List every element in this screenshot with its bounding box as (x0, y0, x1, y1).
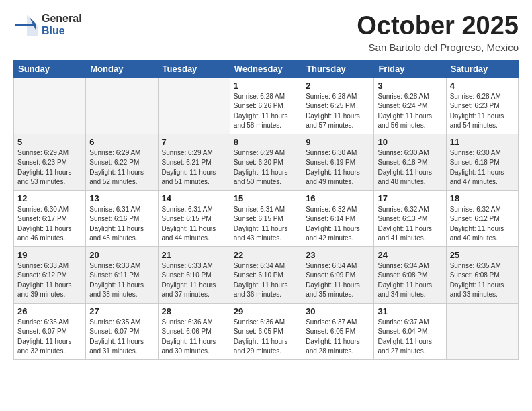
calendar-week-row: 1Sunrise: 6:28 AM Sunset: 6:26 PM Daylig… (14, 77, 519, 134)
calendar-week-row: 26Sunrise: 6:35 AM Sunset: 6:07 PM Dayli… (14, 303, 519, 359)
calendar-cell: 30Sunrise: 6:37 AM Sunset: 6:05 PM Dayli… (302, 303, 374, 359)
day-info: Sunrise: 6:30 AM Sunset: 6:19 PM Dayligh… (306, 148, 370, 187)
day-info: Sunrise: 6:34 AM Sunset: 6:09 PM Dayligh… (306, 261, 370, 300)
day-number: 20 (89, 250, 154, 260)
calendar-cell: 21Sunrise: 6:33 AM Sunset: 6:10 PM Dayli… (158, 246, 230, 303)
day-info: Sunrise: 6:29 AM Sunset: 6:21 PM Dayligh… (162, 148, 226, 187)
day-info: Sunrise: 6:36 AM Sunset: 6:05 PM Dayligh… (234, 318, 298, 357)
calendar-cell: 4Sunrise: 6:28 AM Sunset: 6:23 PM Daylig… (446, 77, 518, 134)
calendar-cell (158, 77, 230, 134)
day-number: 18 (450, 193, 515, 203)
day-number: 28 (162, 306, 226, 316)
calendar-cell: 26Sunrise: 6:35 AM Sunset: 6:07 PM Dayli… (14, 303, 86, 359)
calendar-cell: 12Sunrise: 6:30 AM Sunset: 6:17 PM Dayli… (14, 190, 86, 246)
day-number: 12 (17, 193, 82, 203)
day-info: Sunrise: 6:28 AM Sunset: 6:24 PM Dayligh… (378, 92, 442, 131)
day-info: Sunrise: 6:28 AM Sunset: 6:23 PM Dayligh… (450, 92, 515, 131)
day-number: 14 (162, 193, 226, 203)
day-number: 16 (306, 193, 370, 203)
day-info: Sunrise: 6:32 AM Sunset: 6:14 PM Dayligh… (306, 205, 370, 244)
day-info: Sunrise: 6:30 AM Sunset: 6:18 PM Dayligh… (450, 148, 515, 187)
calendar-week-row: 5Sunrise: 6:29 AM Sunset: 6:23 PM Daylig… (14, 134, 519, 190)
calendar-cell: 27Sunrise: 6:35 AM Sunset: 6:07 PM Dayli… (86, 303, 158, 359)
day-info: Sunrise: 6:34 AM Sunset: 6:10 PM Dayligh… (234, 261, 298, 300)
day-number: 23 (306, 250, 370, 260)
calendar-cell: 5Sunrise: 6:29 AM Sunset: 6:23 PM Daylig… (14, 134, 86, 190)
calendar-cell: 9Sunrise: 6:30 AM Sunset: 6:19 PM Daylig… (302, 134, 374, 190)
calendar-cell: 31Sunrise: 6:37 AM Sunset: 6:04 PM Dayli… (374, 303, 446, 359)
day-number: 10 (378, 137, 442, 147)
day-info: Sunrise: 6:30 AM Sunset: 6:17 PM Dayligh… (17, 205, 82, 244)
calendar-cell: 2Sunrise: 6:28 AM Sunset: 6:25 PM Daylig… (302, 77, 374, 134)
logo-text: General Blue (42, 13, 82, 36)
day-number: 2 (306, 81, 370, 91)
day-number: 24 (378, 250, 442, 260)
day-info: Sunrise: 6:31 AM Sunset: 6:15 PM Dayligh… (234, 205, 298, 244)
calendar-cell: 13Sunrise: 6:31 AM Sunset: 6:16 PM Dayli… (86, 190, 158, 246)
calendar-cell: 16Sunrise: 6:32 AM Sunset: 6:14 PM Dayli… (302, 190, 374, 246)
day-number: 1 (234, 81, 298, 91)
calendar-cell: 14Sunrise: 6:31 AM Sunset: 6:15 PM Dayli… (158, 190, 230, 246)
day-number: 5 (17, 137, 82, 147)
day-number: 13 (89, 193, 154, 203)
day-info: Sunrise: 6:32 AM Sunset: 6:13 PM Dayligh… (378, 205, 442, 244)
day-number: 26 (17, 306, 82, 316)
column-header-friday: Friday (374, 60, 446, 77)
column-header-saturday: Saturday (446, 60, 518, 77)
column-header-tuesday: Tuesday (158, 60, 230, 77)
calendar-week-row: 12Sunrise: 6:30 AM Sunset: 6:17 PM Dayli… (14, 190, 519, 246)
day-info: Sunrise: 6:29 AM Sunset: 6:23 PM Dayligh… (17, 148, 82, 187)
calendar-cell (14, 77, 86, 134)
calendar-cell: 3Sunrise: 6:28 AM Sunset: 6:24 PM Daylig… (374, 77, 446, 134)
calendar-cell: 28Sunrise: 6:36 AM Sunset: 6:06 PM Dayli… (158, 303, 230, 359)
day-info: Sunrise: 6:35 AM Sunset: 6:07 PM Dayligh… (17, 318, 82, 357)
day-info: Sunrise: 6:28 AM Sunset: 6:26 PM Dayligh… (234, 92, 298, 131)
day-number: 25 (450, 250, 515, 260)
day-number: 29 (234, 306, 298, 316)
month-title: October 2025 (357, 12, 519, 40)
day-info: Sunrise: 6:35 AM Sunset: 6:08 PM Dayligh… (450, 261, 515, 300)
calendar-cell: 8Sunrise: 6:29 AM Sunset: 6:20 PM Daylig… (230, 134, 302, 190)
day-number: 15 (234, 193, 298, 203)
day-number: 8 (234, 137, 298, 147)
day-number: 7 (162, 137, 226, 147)
logo-general: General (42, 13, 82, 25)
day-number: 17 (378, 193, 442, 203)
day-number: 6 (89, 137, 154, 147)
day-info: Sunrise: 6:31 AM Sunset: 6:15 PM Dayligh… (162, 205, 226, 244)
day-info: Sunrise: 6:35 AM Sunset: 6:07 PM Dayligh… (89, 318, 154, 357)
day-info: Sunrise: 6:36 AM Sunset: 6:06 PM Dayligh… (162, 318, 226, 357)
calendar-cell: 6Sunrise: 6:29 AM Sunset: 6:22 PM Daylig… (86, 134, 158, 190)
day-number: 9 (306, 137, 370, 147)
calendar-cell: 24Sunrise: 6:34 AM Sunset: 6:08 PM Dayli… (374, 246, 446, 303)
calendar-cell: 19Sunrise: 6:33 AM Sunset: 6:12 PM Dayli… (14, 246, 86, 303)
day-info: Sunrise: 6:31 AM Sunset: 6:16 PM Dayligh… (89, 205, 154, 244)
subtitle: San Bartolo del Progreso, Mexico (357, 42, 519, 53)
calendar-cell: 29Sunrise: 6:36 AM Sunset: 6:05 PM Dayli… (230, 303, 302, 359)
calendar-header-row: SundayMondayTuesdayWednesdayThursdayFrid… (14, 60, 519, 77)
day-number: 22 (234, 250, 298, 260)
title-block: October 2025 San Bartolo del Progreso, M… (357, 12, 519, 53)
calendar-cell: 11Sunrise: 6:30 AM Sunset: 6:18 PM Dayli… (446, 134, 518, 190)
day-number: 19 (17, 250, 82, 260)
day-info: Sunrise: 6:33 AM Sunset: 6:10 PM Dayligh… (162, 261, 226, 300)
calendar-cell: 17Sunrise: 6:32 AM Sunset: 6:13 PM Dayli… (374, 190, 446, 246)
header: General Blue October 2025 San Bartolo de… (13, 12, 519, 53)
day-info: Sunrise: 6:33 AM Sunset: 6:11 PM Dayligh… (89, 261, 154, 300)
calendar-cell: 15Sunrise: 6:31 AM Sunset: 6:15 PM Dayli… (230, 190, 302, 246)
calendar-cell: 7Sunrise: 6:29 AM Sunset: 6:21 PM Daylig… (158, 134, 230, 190)
column-header-monday: Monday (86, 60, 158, 77)
day-number: 3 (378, 81, 442, 91)
calendar-cell: 22Sunrise: 6:34 AM Sunset: 6:10 PM Dayli… (230, 246, 302, 303)
day-info: Sunrise: 6:29 AM Sunset: 6:22 PM Dayligh… (89, 148, 154, 187)
day-info: Sunrise: 6:29 AM Sunset: 6:20 PM Dayligh… (234, 148, 298, 187)
day-info: Sunrise: 6:34 AM Sunset: 6:08 PM Dayligh… (378, 261, 442, 300)
day-info: Sunrise: 6:28 AM Sunset: 6:25 PM Dayligh… (306, 92, 370, 131)
day-info: Sunrise: 6:37 AM Sunset: 6:05 PM Dayligh… (306, 318, 370, 357)
calendar-cell (86, 77, 158, 134)
calendar: SundayMondayTuesdayWednesdayThursdayFrid… (13, 60, 519, 360)
calendar-cell: 18Sunrise: 6:32 AM Sunset: 6:12 PM Dayli… (446, 190, 518, 246)
logo-blue: Blue (42, 25, 82, 37)
day-number: 11 (450, 137, 515, 147)
day-info: Sunrise: 6:32 AM Sunset: 6:12 PM Dayligh… (450, 205, 515, 244)
